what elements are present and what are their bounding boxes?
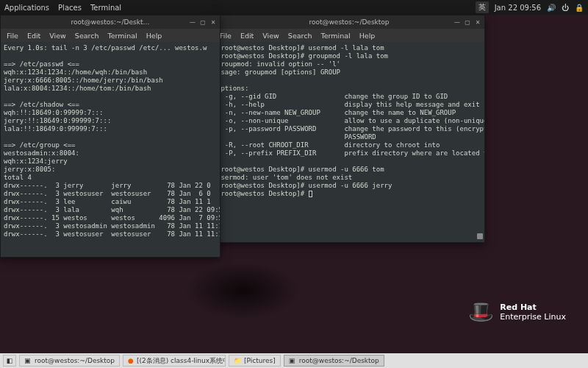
power-icon[interactable]: ⏻	[562, 4, 569, 12]
menu-terminal[interactable]: Terminal	[108, 32, 137, 40]
taskbar-label: root@westos:~/Desktop	[35, 357, 115, 364]
scrollbar-thumb[interactable]	[477, 233, 483, 239]
maximize-button[interactable]: ▢	[464, 18, 471, 26]
menu-places[interactable]: Places	[58, 4, 82, 12]
terminal-icon: ▣	[289, 357, 296, 364]
firefox-icon: ●	[128, 357, 134, 364]
menu-edit[interactable]: Edit	[27, 32, 40, 40]
titlebar[interactable]: root@westos:~/Deskt… — ▢ ✕	[1, 15, 220, 29]
clock[interactable]: Jan 22 09:56	[495, 4, 541, 12]
menu-view[interactable]: View	[262, 32, 279, 40]
terminal-window-left[interactable]: root@westos:~/Deskt… — ▢ ✕ File Edit Vie…	[0, 15, 220, 258]
top-panel: Applications Places Terminal 英 Jan 22 09…	[0, 0, 588, 15]
minimize-button[interactable]: —	[189, 18, 196, 26]
close-button[interactable]: ✕	[474, 18, 481, 26]
bottom-panel: ◧ ▣ root@westos:~/Desktop ● [(2条消息) clas…	[0, 353, 588, 368]
taskbar-item-firefox[interactable]: ● [(2条消息) class4-linux系统中的...	[123, 355, 226, 367]
terminal-window-right[interactable]: root@westos:~/Desktop — ▢ ✕ File Edit Vi…	[213, 15, 485, 243]
menu-file[interactable]: File	[7, 32, 18, 40]
input-method-indicator[interactable]: 英	[476, 1, 489, 13]
menu-terminal[interactable]: Terminal	[321, 32, 351, 40]
redhat-logo: 🎩 Red Hat Enterprise Linux	[468, 300, 566, 324]
text-cursor	[309, 191, 312, 197]
minimize-button[interactable]: —	[453, 18, 461, 26]
redhat-hat-icon: 🎩	[468, 300, 494, 324]
taskbar-label: [(2条消息) class4-linux系统中的...	[137, 356, 226, 366]
menu-edit[interactable]: Edit	[240, 32, 254, 40]
show-desktop-button[interactable]: ◧	[3, 355, 16, 367]
menu-terminal[interactable]: Terminal	[90, 4, 121, 12]
terminal-output[interactable]: [root@westos Desktop]# usermod -l lala t…	[214, 42, 484, 242]
window-title: root@westos:~/Deskt…	[71, 18, 150, 26]
menubar: File Edit View Search Terminal Help	[214, 29, 484, 42]
terminal-output[interactable]: Every 1.0s: tail -n 3 /etc/passwd /etc/.…	[1, 42, 220, 257]
taskbar-item-terminal-2[interactable]: ▣ root@westos:~/Desktop	[284, 355, 384, 367]
brand-product: Enterprise Linux	[500, 312, 566, 322]
folder-icon: 📁	[234, 357, 241, 364]
maximize-button[interactable]: ▢	[199, 18, 207, 26]
menu-file[interactable]: File	[220, 32, 232, 40]
taskbar-item-terminal-1[interactable]: ▣ root@westos:~/Desktop	[19, 355, 120, 367]
volume-icon[interactable]: 🔊	[547, 4, 556, 12]
menu-applications[interactable]: Applications	[4, 4, 49, 12]
brand-name: Red Hat	[500, 302, 566, 312]
menu-search[interactable]: Search	[75, 32, 99, 40]
taskbar-label: [Pictures]	[244, 357, 276, 364]
show-desktop-icon: ◧	[7, 357, 13, 364]
desktop-decoration	[184, 261, 301, 320]
window-title: root@westos:~/Desktop	[309, 18, 389, 26]
menu-view[interactable]: View	[49, 32, 66, 40]
lock-icon[interactable]: 🔒	[575, 4, 584, 12]
taskbar-label: root@westos:~/Desktop	[299, 357, 379, 364]
menubar: File Edit View Search Terminal Help	[1, 29, 220, 42]
terminal-icon: ▣	[24, 357, 32, 364]
menu-help[interactable]: Help	[146, 32, 162, 40]
menu-help[interactable]: Help	[359, 32, 376, 40]
menu-search[interactable]: Search	[288, 32, 312, 40]
taskbar-item-pictures[interactable]: 📁 [Pictures]	[229, 355, 281, 367]
close-button[interactable]: ✕	[209, 18, 217, 26]
titlebar[interactable]: root@westos:~/Desktop — ▢ ✕	[214, 15, 484, 29]
